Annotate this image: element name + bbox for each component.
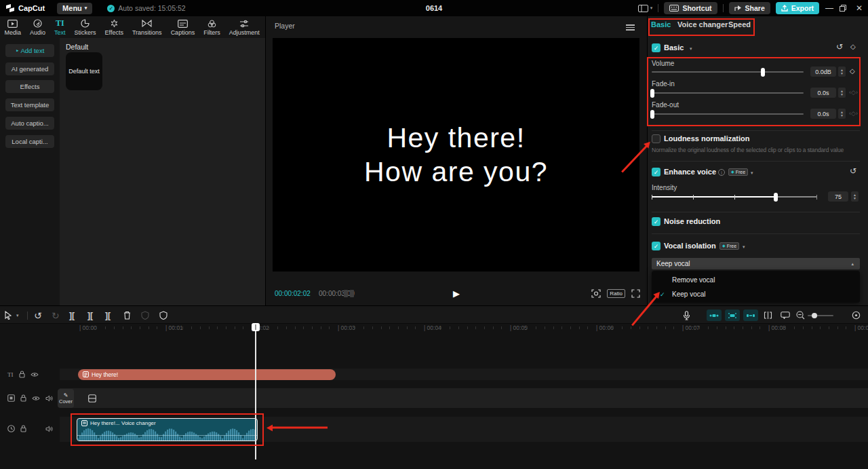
nav-tab-audio[interactable]: Audio [26, 16, 50, 38]
timeline-ruler[interactable]: | 00:00| 00:01| 00:02| 00:03| 00:04| 00:… [60, 324, 868, 333]
media-icon [7, 19, 18, 29]
sidebar-item-effects[interactable]: Effects [5, 80, 54, 93]
player-panel: Player Hey there! How are you? 00:00:02:… [266, 16, 648, 305]
lock-icon[interactable] [19, 371, 25, 378]
collapse-caret-icon[interactable]: ▾ [751, 170, 753, 176]
redo-icon[interactable]: ↻ [52, 306, 60, 324]
zoom-out-icon[interactable] [796, 306, 805, 324]
sidebar-item-text-template[interactable]: Text template [5, 98, 54, 111]
capcut-logo: CapCut [5, 4, 45, 12]
intensity-slider[interactable] [652, 196, 817, 198]
preview-quality-icon[interactable] [591, 289, 601, 298]
enhance-voice-checkbox[interactable]: ✓ [652, 168, 660, 176]
ratio-button[interactable]: Ratio [607, 289, 625, 298]
zoom-fit-icon[interactable] [852, 306, 861, 324]
nav-tab-captions[interactable]: Captions [166, 16, 199, 38]
eye-icon[interactable] [31, 372, 39, 377]
delete-left-icon[interactable]: ][ [87, 306, 93, 324]
captions-icon [178, 19, 188, 29]
mirror-icon[interactable] [141, 306, 149, 324]
intensity-stepper[interactable]: ▲▼ [851, 191, 859, 202]
intensity-value[interactable]: 75 [828, 191, 848, 202]
split-icon[interactable]: ][ [69, 306, 75, 324]
restore-button[interactable] [840, 5, 849, 12]
delete-right-icon[interactable]: ][ [105, 306, 111, 324]
menu-button[interactable]: Menu▾ [57, 3, 92, 14]
share-button[interactable]: Share [729, 2, 770, 14]
nav-tab-effects[interactable]: Effects [100, 16, 127, 38]
record-voiceover-icon[interactable] [683, 306, 690, 324]
shortcut-button[interactable]: Shortcut [664, 2, 717, 14]
loudness-checkbox[interactable] [652, 134, 660, 143]
frame-step-icons[interactable] [344, 290, 354, 297]
dropdown-option-keep-vocal[interactable]: ✓Keep vocal [652, 287, 860, 301]
select-tool-caret-icon[interactable]: ▾ [16, 306, 19, 324]
auto-snap-toggle[interactable] [725, 306, 740, 324]
delete-icon[interactable] [123, 306, 131, 324]
cover-button[interactable]: ✎ Cover [58, 389, 74, 408]
preview-canvas[interactable]: Hey there! How are you? [273, 38, 639, 271]
text-sidebar: ‣ Add textAI generatedEffectsText templa… [0, 38, 60, 305]
audio-icon [33, 19, 42, 29]
sidebar-item-ai-generated[interactable]: AI generated [5, 62, 54, 75]
vocal-mode-dropdown[interactable]: Keep vocal ▴ [652, 258, 860, 269]
minimize-button[interactable]: — [825, 3, 834, 13]
playhead-handle[interactable] [252, 323, 260, 331]
reset-icon[interactable]: ↺ [836, 42, 843, 52]
nav-tab-text[interactable]: TIText [50, 16, 71, 38]
collapse-caret-icon[interactable]: ▾ [743, 244, 745, 250]
fullscreen-icon[interactable] [631, 289, 640, 298]
chevron-up-icon: ▴ [851, 261, 854, 267]
reset-icon[interactable]: ↺ [850, 166, 856, 176]
video-track-lane[interactable] [60, 388, 868, 408]
toolbar-divider [27, 306, 28, 324]
sidebar-item-auto-captio[interactable]: Auto captio... [5, 117, 54, 130]
adjustment-icon [239, 19, 249, 29]
collapse-caret-icon[interactable]: ▾ [690, 46, 692, 52]
preview-axis-toggle[interactable] [707, 306, 722, 324]
noise-reduction-checkbox[interactable]: ✓ [652, 217, 660, 226]
autosave-check-icon: ✓ [107, 5, 115, 12]
mask-icon[interactable] [159, 306, 167, 324]
speaker-icon[interactable] [45, 395, 53, 402]
play-button[interactable]: ▶ [453, 288, 460, 299]
current-time: 00:00:02:02 [275, 290, 311, 297]
export-button[interactable]: Export [776, 2, 819, 14]
audio-track-header [7, 425, 53, 432]
intensity-slider-thumb[interactable] [774, 193, 778, 202]
player-menu-icon[interactable] [626, 23, 635, 32]
transitions-icon [142, 19, 152, 29]
export-icon [781, 5, 788, 12]
enhance-voice-label: Enhance voice [664, 168, 716, 176]
nav-tab-stickers[interactable]: Stickers [70, 16, 100, 38]
layout-panels-icon[interactable]: ▾ [638, 5, 653, 12]
speaker-icon[interactable] [45, 426, 53, 432]
basic-section-checkbox[interactable]: ✓ [652, 43, 660, 52]
nav-tab-filters[interactable]: Filters [199, 16, 225, 38]
default-text-card[interactable]: Default text [66, 52, 102, 90]
sidebar-item-add-text[interactable]: ‣ Add text [5, 44, 54, 57]
comment-icon[interactable] [781, 306, 790, 324]
eye-icon[interactable] [32, 396, 40, 401]
sidebar-item-local-capti[interactable]: Local capti... [5, 135, 54, 148]
split-view-icon[interactable] [764, 306, 772, 324]
dropdown-option-remove-vocal[interactable]: Remove vocal [652, 273, 860, 287]
divider [652, 233, 860, 234]
undo-icon[interactable]: ↺ [34, 306, 42, 324]
timeline: | 00:00| 00:01| 00:02| 00:03| 00:04| 00:… [0, 324, 868, 469]
nav-tab-media[interactable]: Media [0, 16, 26, 38]
lock-icon[interactable] [20, 394, 26, 402]
close-button[interactable]: ✕ [854, 3, 864, 13]
lock-icon[interactable] [20, 425, 26, 432]
text-track-header: TI [7, 371, 39, 378]
text-clip[interactable]: Hey there! [78, 369, 336, 380]
link-clips-toggle[interactable] [743, 306, 758, 324]
nav-tab-transitions[interactable]: Transitions [127, 16, 166, 38]
select-tool-icon[interactable] [4, 306, 12, 324]
nav-tab-adjustment[interactable]: Adjustment [224, 16, 264, 38]
info-icon[interactable]: i [718, 169, 725, 176]
timeline-zoom-slider[interactable] [808, 306, 833, 324]
vocal-isolation-checkbox[interactable]: ✓ [652, 242, 660, 250]
chevron-down-icon: ▾ [85, 5, 87, 11]
keyframe-diamond-icon[interactable]: ◇ [850, 43, 856, 50]
